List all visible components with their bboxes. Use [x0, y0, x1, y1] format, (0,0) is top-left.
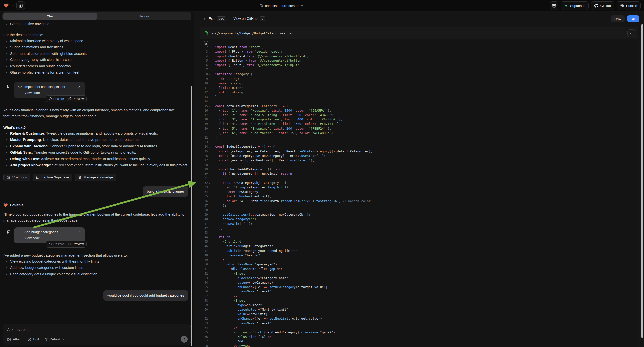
code-text: value={newLimit}	[212, 312, 268, 316]
sidebar-toggle-button[interactable]	[16, 2, 25, 10]
code-text: { id: '6', name: 'Healthcare', limit: 15…	[212, 131, 335, 136]
preview-button[interactable]: Preview	[68, 97, 84, 100]
code-editor[interactable]: 12import React from 'react';3import { Pl…	[200, 39, 638, 347]
bookmark-icon[interactable]	[7, 85, 11, 88]
code-text: limit: number;	[212, 86, 245, 90]
graduation-cap-icon	[78, 176, 82, 179]
code-line: 12 color: string;	[200, 90, 638, 94]
edit-card[interactable]: Add budget categoriesView codeRestorePre…	[14, 227, 85, 244]
fold-spacer	[208, 126, 212, 131]
fold-spacer	[208, 303, 212, 308]
diff-button[interactable]: Diff	[627, 16, 639, 22]
external-link-icon	[68, 97, 71, 100]
code-text: const [newCategory, setNewCategory] = Re…	[212, 154, 326, 158]
view-code-link[interactable]: View code	[24, 91, 81, 94]
top-bar: financial-future-creator Supabase GitHub	[0, 0, 644, 12]
tab-history[interactable]: History	[97, 13, 191, 20]
code-line: 24⌄const BudgetCategories = () => {	[200, 144, 638, 149]
line-number: 2	[200, 45, 208, 49]
code-scrollbar[interactable]	[641, 24, 643, 338]
fold-spacer	[208, 222, 212, 226]
code-line: 40 setNewCategory('');	[200, 217, 638, 221]
fold-spacer	[208, 298, 212, 303]
line-number: 50	[200, 262, 208, 266]
publish-button[interactable]: Publish	[616, 2, 640, 10]
line-number: 49	[200, 258, 208, 262]
code-line: 52 <Input	[200, 271, 638, 276]
github-button[interactable]: GitHub	[591, 2, 614, 10]
code-line: 55 onChange={(e) => setNewCategory(e.tar…	[200, 285, 638, 289]
restore-button[interactable]: Restore	[48, 242, 64, 246]
file-header[interactable]: src/components/budget/BudgetCategories.t…	[200, 28, 638, 39]
attach-button[interactable]: Attach	[7, 337, 22, 341]
code-line: 31	[200, 176, 638, 181]
code-line: 16 { id: '1', name: 'Housing', limit: 15…	[200, 108, 638, 113]
manage-knowledge-button[interactable]: Manage knowledge	[75, 174, 116, 181]
edit-card[interactable]: Implement financial plannerView codeRest…	[14, 82, 85, 98]
fold-spacer	[208, 58, 212, 63]
chat-input[interactable]: Ask Lovable...	[7, 327, 187, 332]
fold-chevron-icon[interactable]: ⌄	[208, 144, 212, 149]
chevron-down-icon[interactable]	[11, 4, 14, 7]
fold-chevron-icon[interactable]: ⌄	[208, 167, 212, 172]
fold-spacer	[208, 86, 212, 90]
user-message-row: would be cool if you could add budget ca…	[4, 290, 188, 301]
mode-selector[interactable]: Default	[44, 337, 65, 341]
code-text: const BudgetCategories = () => {	[212, 144, 275, 149]
fold-spacer	[208, 266, 212, 271]
code-text: import ChartCard from '@/components/ui/C…	[212, 54, 309, 58]
external-link-icon	[7, 176, 10, 179]
preview-button[interactable]: Preview	[68, 242, 84, 246]
chat-scrollbar[interactable]	[191, 86, 192, 346]
target-icon	[28, 337, 31, 341]
tab-chat[interactable]: Chat	[3, 13, 97, 20]
fold-chevron-icon[interactable]: ⌄	[208, 104, 212, 108]
code-text: limit: Number(newLimit),	[212, 194, 271, 199]
bookmark-icon[interactable]	[7, 230, 11, 234]
line-number: 11	[200, 86, 208, 90]
explore-supabase-button[interactable]: Explore Supabase	[32, 174, 72, 181]
visit-docs-button[interactable]: Visit docs	[4, 174, 30, 181]
code-line: 42 };	[200, 226, 638, 230]
lovable-logo-icon[interactable]	[4, 3, 9, 8]
fold-chevron-icon[interactable]: ⌄	[208, 72, 212, 76]
code-text: <Input	[212, 271, 245, 276]
line-number: 52	[200, 271, 208, 276]
code-text: <Input	[212, 298, 245, 303]
supabase-button[interactable]: Supabase	[560, 2, 589, 10]
code-text: value={newCategory}	[212, 280, 273, 285]
line-number: 25	[200, 149, 208, 154]
edit-mode-button[interactable]: Edit	[28, 337, 39, 341]
line-number: 68	[200, 344, 208, 347]
list-item: Each category gets a unique color for vi…	[4, 271, 188, 278]
fold-spacer	[208, 117, 212, 122]
line-number: 8	[200, 72, 208, 76]
collapse-file-button[interactable]	[627, 29, 635, 37]
code-line: 22];	[200, 136, 638, 140]
code-line: 62 onChange={(e) => setNewLimit(e.target…	[200, 316, 638, 321]
exit-button[interactable]: Exit ESC	[203, 16, 226, 21]
version-actions: RestorePreview	[46, 95, 87, 102]
code-line: 7	[200, 68, 638, 72]
bullet-list: Clean, intuitive navigation	[4, 21, 188, 28]
raw-button[interactable]: Raw	[611, 16, 624, 22]
fold-chevron-icon[interactable]: ⌄	[208, 181, 212, 185]
send-button[interactable]	[181, 336, 188, 342]
project-switcher[interactable]: financial-future-creator	[260, 0, 304, 12]
code-text: color: string;	[212, 90, 245, 94]
restore-button[interactable]: Restore	[48, 97, 64, 100]
exit-label: Exit	[208, 17, 214, 21]
code-line: 60 placeholder="Monthly limit"	[200, 308, 638, 312]
code-text: onChange={(e) => setNewLimit(e.target.va…	[212, 316, 322, 321]
line-number: 17	[200, 113, 208, 117]
fold-spacer	[208, 154, 212, 158]
line-number: 7	[200, 68, 208, 72]
fold-spacer	[208, 199, 212, 203]
view-on-github-button[interactable]: View on GitHub G	[233, 16, 265, 21]
composer-toolbar: Attach Edit Default	[7, 336, 188, 342]
code-line: 17 { id: '2', name: 'Food & Dining', lim…	[200, 113, 638, 117]
settings-button[interactable]	[550, 2, 558, 10]
dots-icon[interactable]	[184, 203, 188, 207]
line-number: 45	[200, 240, 208, 244]
view-code-link[interactable]: View code	[24, 236, 81, 240]
